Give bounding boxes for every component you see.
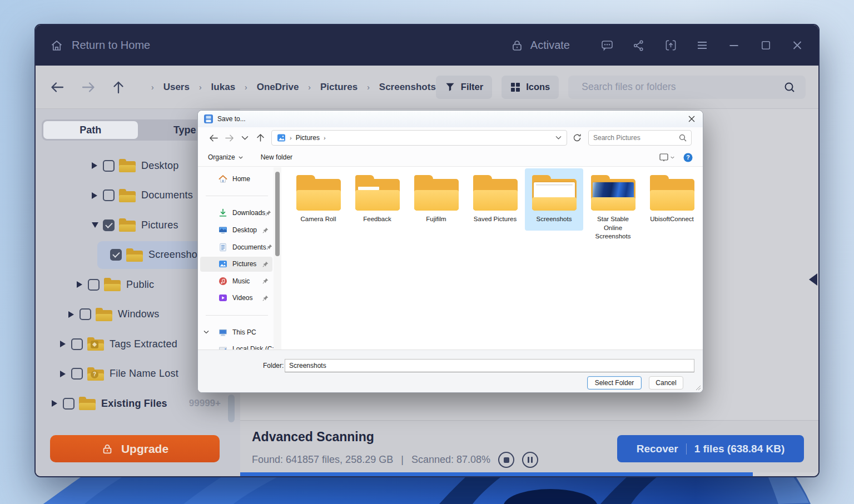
address-location[interactable]: Pictures <box>296 134 320 142</box>
grid-icon <box>510 82 520 92</box>
breadcrumb-item[interactable]: Screenshots <box>379 82 436 93</box>
expander-down-icon[interactable] <box>92 222 98 228</box>
breadcrumb-item[interactable]: Pictures <box>320 82 358 93</box>
checkbox[interactable] <box>103 160 115 172</box>
address-dropdown-icon[interactable] <box>555 136 562 140</box>
expander-right-icon[interactable] <box>60 371 67 377</box>
caret-down-icon <box>239 156 243 159</box>
update-icon[interactable] <box>664 39 677 52</box>
dialog-titlebar[interactable]: Save to... <box>198 111 703 127</box>
checkbox[interactable] <box>88 279 100 291</box>
expander-right-icon[interactable] <box>52 400 58 407</box>
feedback-chat-icon[interactable] <box>600 39 614 52</box>
nav-item-this-pc[interactable]: This PC <box>198 323 274 341</box>
folder-icon <box>96 308 112 321</box>
breadcrumb-item[interactable]: lukas <box>211 82 235 93</box>
tree-label: Documents <box>141 189 193 201</box>
breadcrumb-item[interactable]: OneDrive <box>257 82 299 93</box>
pause-button[interactable] <box>522 452 538 468</box>
cancel-button[interactable]: Cancel <box>649 376 683 390</box>
checkbox[interactable] <box>71 338 83 350</box>
nav-item-videos[interactable]: Videos <box>198 290 274 307</box>
documents-icon <box>219 243 227 252</box>
checkbox[interactable] <box>103 189 115 201</box>
forward-button[interactable] <box>80 80 97 94</box>
expander-right-icon[interactable] <box>60 341 67 347</box>
up-button[interactable] <box>111 79 126 95</box>
stop-button[interactable] <box>498 452 514 468</box>
search-input[interactable]: Search files or folders <box>568 76 806 99</box>
dialog-search-placeholder: Search Pictures <box>593 134 640 142</box>
file-tile-fujifilm[interactable]: Fujifilm <box>407 168 465 231</box>
menu-icon[interactable] <box>696 39 709 52</box>
back-button[interactable] <box>49 80 66 94</box>
share-icon[interactable] <box>632 39 646 52</box>
return-home-button[interactable]: Return to Home <box>50 39 150 52</box>
file-tile-feedback[interactable]: Feedback <box>348 168 406 231</box>
file-tile-ubisoftconnect[interactable]: UbisoftConnect <box>643 168 701 231</box>
nav-item-documents[interactable]: Documents <box>198 238 274 256</box>
refresh-icon[interactable] <box>573 133 582 142</box>
nav-item-label: Music <box>232 277 250 285</box>
status-bar: Advanced Scanning Found: 641857 files, 2… <box>240 420 818 472</box>
expander-right-icon[interactable] <box>92 162 98 169</box>
checkbox[interactable] <box>110 249 122 261</box>
dialog-forward-button[interactable] <box>221 134 237 142</box>
breadcrumb-item[interactable]: Users <box>163 82 190 93</box>
expander-right-icon[interactable] <box>77 281 83 288</box>
upgrade-label: Upgrade <box>121 442 168 456</box>
select-folder-button[interactable]: Select Folder <box>587 376 642 390</box>
view-icons-button[interactable]: Icons <box>502 76 559 99</box>
breadcrumb-chevron: › <box>367 83 370 92</box>
nav-item-desktop[interactable]: Desktop <box>198 222 274 239</box>
file-tile-saved-pictures[interactable]: Saved Pictures <box>466 168 524 231</box>
maximize-icon[interactable] <box>759 39 772 52</box>
minimize-icon[interactable] <box>727 39 741 52</box>
help-button[interactable]: ? <box>683 153 693 162</box>
dialog-address-field[interactable]: › Pictures › <box>271 130 567 146</box>
expander-right-icon[interactable] <box>68 311 75 318</box>
checkbox[interactable] <box>71 368 83 380</box>
nav-item-pictures[interactable]: Pictures <box>198 256 274 273</box>
organize-menu[interactable]: Organize <box>208 153 243 161</box>
resize-grip[interactable] <box>696 385 701 391</box>
recover-button[interactable]: Recover 1 files (638.84 KB) <box>617 435 804 462</box>
breadcrumb: ›Users›lukas›OneDrive›Pictures›Screensho… <box>151 82 436 93</box>
dialog-recent-dropdown-icon[interactable] <box>237 136 252 141</box>
dialog-up-button[interactable] <box>252 133 268 142</box>
upgrade-button[interactable]: Upgrade <box>50 435 220 462</box>
expander-right-icon[interactable] <box>92 192 98 199</box>
checkbox[interactable] <box>80 308 91 320</box>
dialog-nav-scrollbar[interactable] <box>274 167 281 350</box>
view-mode-button[interactable] <box>659 153 674 161</box>
address-chevron: › <box>290 134 292 141</box>
dialog-close-icon[interactable] <box>687 114 697 124</box>
dialog-back-button[interactable] <box>206 134 221 142</box>
new-folder-button[interactable]: New folder <box>261 153 292 161</box>
checkbox[interactable] <box>103 219 115 231</box>
close-icon[interactable] <box>791 39 804 52</box>
recover-divider <box>686 443 687 455</box>
breadcrumb-chevron: › <box>199 83 202 92</box>
collapse-panel-arrow[interactable] <box>809 273 817 286</box>
nav-item-local-disk-(c:)[interactable]: Local Disk (C:) <box>198 341 274 350</box>
nav-item-home[interactable]: Home <box>198 171 274 188</box>
dialog-search-input[interactable]: Search Pictures <box>588 130 692 146</box>
nav-item-music[interactable]: Music <box>198 273 274 290</box>
tree-row-existing-files[interactable]: Existing Files99999+ <box>36 390 240 417</box>
dialog-address-bar: › Pictures › Search Pictures <box>198 127 703 148</box>
sidebar-scrollbar[interactable] <box>228 395 235 422</box>
file-tile-camera-roll[interactable]: Camera Roll <box>289 168 347 231</box>
file-tile-screenshots[interactable]: Screenshots <box>525 168 583 231</box>
checkbox[interactable] <box>63 398 75 410</box>
file-tile-star-stable-online-screenshots[interactable]: Star Stable Online Screenshots <box>584 168 642 231</box>
file-tile-label: UbisoftConnect <box>643 215 701 224</box>
nav-item-downloads[interactable]: Downloads <box>198 204 274 222</box>
return-home-label: Return to Home <box>72 39 150 52</box>
dialog-file-list: Camera RollFeedbackFujifilmSaved Picture… <box>281 167 703 350</box>
activate-button[interactable]: Activate <box>510 39 570 52</box>
chevron-down-icon[interactable] <box>198 330 219 334</box>
search-icon <box>783 81 796 93</box>
filter-button[interactable]: Filter <box>436 76 492 99</box>
folder-name-input[interactable]: Screenshots <box>285 359 694 372</box>
